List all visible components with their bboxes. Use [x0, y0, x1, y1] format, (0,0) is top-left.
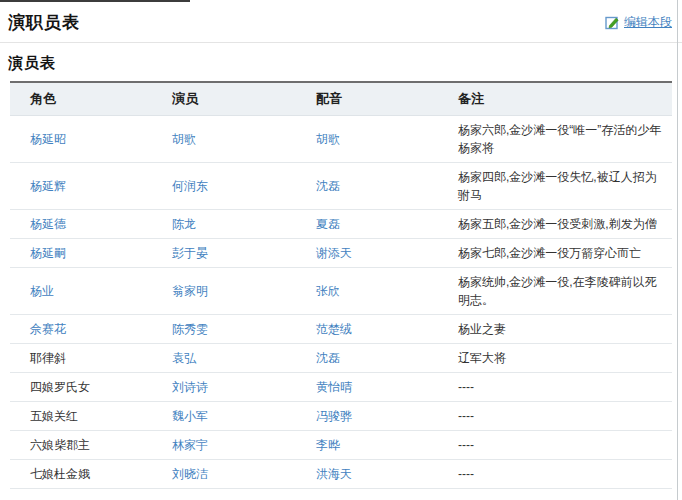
actor-cell: 彭于晏	[152, 239, 296, 268]
voice-cell: 沈磊	[296, 344, 438, 373]
actor-cell: 翁家明	[152, 268, 296, 315]
role-link[interactable]: 杨业	[30, 284, 54, 298]
role-cell: 杨延昭	[10, 116, 152, 163]
column-header-actor: 演员	[152, 82, 296, 116]
cast-row: 七娘杜金娥刘晓洁洪海天----	[10, 460, 672, 489]
role-link[interactable]: 佘赛花	[30, 322, 66, 336]
actor-link[interactable]: 陈秀雯	[172, 322, 208, 336]
voice-cell: 张欣	[296, 268, 438, 315]
note-text: ----	[458, 438, 474, 452]
actor-cell: 袁弘	[152, 344, 296, 373]
column-header-note: 备注	[438, 82, 672, 116]
cast-row: 耶律斜袁弘沈磊辽军大将	[10, 344, 672, 373]
voice-cell: 胡歌	[296, 116, 438, 163]
top-tab-underline	[0, 0, 190, 2]
voice-link[interactable]: 谢添天	[316, 246, 352, 260]
note-cell: 杨家五郎,金沙滩一役受刺激,剃发为僧	[438, 210, 672, 239]
cast-row: 四娘罗氏女刘诗诗黄怡晴----	[10, 373, 672, 402]
role-cell: 佘赛花	[10, 315, 152, 344]
actor-link[interactable]: 袁弘	[172, 351, 196, 365]
note-cell: ----	[438, 431, 672, 460]
voice-link[interactable]: 黄怡晴	[316, 380, 352, 394]
voice-link[interactable]: 沈磊	[316, 179, 340, 193]
actor-link[interactable]: 魏小军	[172, 409, 208, 423]
note-text: 杨业之妻	[458, 322, 506, 336]
voice-cell: 冯骏骅	[296, 402, 438, 431]
voice-cell: 夏磊	[296, 210, 438, 239]
edit-section-link[interactable]: 编辑本段	[605, 14, 672, 31]
voice-link[interactable]: 胡歌	[316, 132, 340, 146]
note-cell: 杨家六郎,金沙滩一役“唯一”存活的少年杨家将	[438, 116, 672, 163]
actor-link[interactable]: 刘晓洁	[172, 467, 208, 481]
note-text: ----	[458, 467, 474, 481]
content-right-border	[677, 0, 678, 500]
role-cell: 杨延辉	[10, 163, 152, 210]
table-header-row: 角色 演员 配音 备注	[10, 82, 672, 116]
section-divider	[0, 42, 682, 43]
voice-link[interactable]: 洪海天	[316, 467, 352, 481]
actor-cell: 胡歌	[152, 116, 296, 163]
note-cell: ----	[438, 373, 672, 402]
voice-cell: 沈磊	[296, 163, 438, 210]
voice-link[interactable]: 冯骏骅	[316, 409, 352, 423]
actor-link[interactable]: 何润东	[172, 179, 208, 193]
note-cell: 辽军大将	[438, 344, 672, 373]
voice-cell: 李晔	[296, 431, 438, 460]
cast-table: 角色 演员 配音 备注 杨延昭胡歌胡歌杨家六郎,金沙滩一役“唯一”存活的少年杨家…	[10, 81, 672, 489]
note-cell: ----	[438, 402, 672, 431]
note-cell: 杨家四郎,金沙滩一役失忆,被辽人招为驸马	[438, 163, 672, 210]
voice-link[interactable]: 范楚绒	[316, 322, 352, 336]
section-title: 演职员表	[8, 11, 80, 34]
actor-cell: 林家宇	[152, 431, 296, 460]
cast-row: 杨业翁家明张欣杨家统帅,金沙滩一役,在李陵碑前以死明志。	[10, 268, 672, 315]
role-cell: 耶律斜	[10, 344, 152, 373]
note-text: ----	[458, 380, 474, 394]
voice-cell: 洪海天	[296, 460, 438, 489]
note-text: 杨家六郎,金沙滩一役“唯一”存活的少年杨家将	[458, 123, 661, 155]
actor-link[interactable]: 翁家明	[172, 284, 208, 298]
voice-cell: 范楚绒	[296, 315, 438, 344]
actor-link[interactable]: 胡歌	[172, 132, 196, 146]
voice-link[interactable]: 沈磊	[316, 351, 340, 365]
voice-cell: 谢添天	[296, 239, 438, 268]
column-header-role: 角色	[10, 82, 152, 116]
cast-row: 杨延嗣彭于晏谢添天杨家七郎,金沙滩一役万箭穿心而亡	[10, 239, 672, 268]
role-cell: 四娘罗氏女	[10, 373, 152, 402]
note-text: 辽军大将	[458, 351, 506, 365]
note-text: 杨家五郎,金沙滩一役受刺激,剃发为僧	[458, 217, 657, 231]
voice-cell: 黄怡晴	[296, 373, 438, 402]
subsection-title: 演员表	[8, 54, 674, 73]
note-cell: ----	[438, 460, 672, 489]
cast-row: 五娘关红魏小军冯骏骅----	[10, 402, 672, 431]
actor-link[interactable]: 彭于晏	[172, 246, 208, 260]
actor-link[interactable]: 陈龙	[172, 217, 196, 231]
actor-cell: 陈龙	[152, 210, 296, 239]
note-text: 杨家统帅,金沙滩一役,在李陵碑前以死明志。	[458, 275, 657, 307]
role-text: 七娘杜金娥	[30, 467, 90, 481]
role-cell: 七娘杜金娥	[10, 460, 152, 489]
note-text: 杨家四郎,金沙滩一役失忆,被辽人招为驸马	[458, 170, 657, 202]
cast-row: 杨延德陈龙夏磊杨家五郎,金沙滩一役受刺激,剃发为僧	[10, 210, 672, 239]
role-link[interactable]: 杨延辉	[30, 179, 66, 193]
role-cell: 杨延嗣	[10, 239, 152, 268]
role-text: 五娘关红	[30, 409, 78, 423]
role-link[interactable]: 杨延昭	[30, 132, 66, 146]
role-link[interactable]: 杨延嗣	[30, 246, 66, 260]
voice-link[interactable]: 夏磊	[316, 217, 340, 231]
column-header-voice: 配音	[296, 82, 438, 116]
voice-link[interactable]: 李晔	[316, 438, 340, 452]
section-header: 演职员表 编辑本段	[0, 0, 682, 41]
note-cell: 杨家七郎,金沙滩一役万箭穿心而亡	[438, 239, 672, 268]
role-cell: 杨延德	[10, 210, 152, 239]
role-link[interactable]: 杨延德	[30, 217, 66, 231]
actor-link[interactable]: 刘诗诗	[172, 380, 208, 394]
cast-row: 佘赛花陈秀雯范楚绒杨业之妻	[10, 315, 672, 344]
actor-link[interactable]: 林家宇	[172, 438, 208, 452]
voice-link[interactable]: 张欣	[316, 284, 340, 298]
role-text: 耶律斜	[30, 351, 66, 365]
role-text: 六娘柴郡主	[30, 438, 90, 452]
edit-link-label: 编辑本段	[624, 14, 672, 31]
actor-cell: 何润东	[152, 163, 296, 210]
role-cell: 五娘关红	[10, 402, 152, 431]
role-cell: 杨业	[10, 268, 152, 315]
